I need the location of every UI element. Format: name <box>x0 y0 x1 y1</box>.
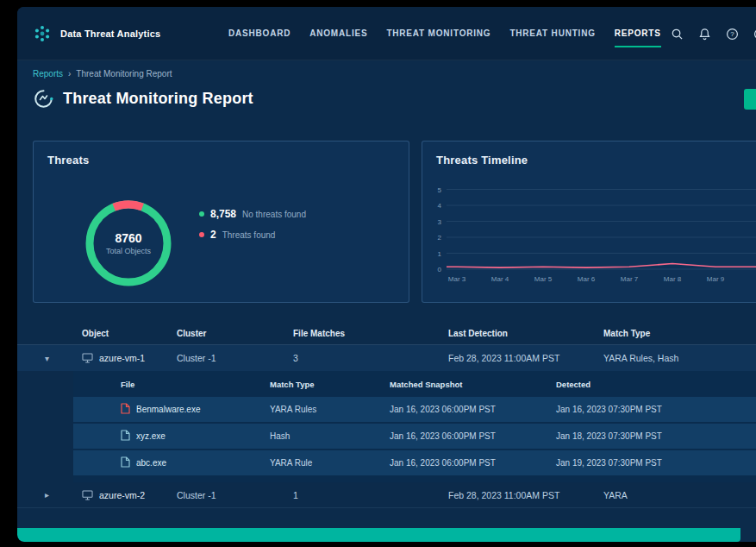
object-name: azure-vm-2 <box>99 490 145 500</box>
legend-label: Threats found <box>222 230 276 240</box>
table-header: ObjectClusterFile MatchesLast DetectionM… <box>17 323 756 345</box>
screen: Data Threat Analytics DASHBOARDANOMALIES… <box>0 0 756 547</box>
svg-text:1: 1 <box>438 250 442 258</box>
donut-total-value: 8760 <box>115 231 141 245</box>
svg-text:Mar 9: Mar 9 <box>707 275 725 283</box>
column-header-object: Object <box>82 329 177 338</box>
donut-center: 8760 Total Objects <box>80 195 177 292</box>
svg-text:Mar 5: Mar 5 <box>534 275 553 283</box>
timeline-card-title: Threats Timeline <box>436 154 528 167</box>
legend-item: 8,758No threats found <box>199 204 306 224</box>
file-name: Benmalware.exe <box>136 405 200 414</box>
file-row-xyz.exe[interactable]: xyz.exeHashJan 16, 2023 06:00PM PSTJan 1… <box>73 424 756 449</box>
svg-text:4: 4 <box>438 202 442 210</box>
file-matches-cell: 3 <box>293 353 448 363</box>
legend-item: 2Threats found <box>199 224 306 245</box>
timeline-chart: 012345Mar 3Mar 4Mar 5Mar 6Mar 7Mar 8Mar … <box>428 179 756 297</box>
sub-column-header-file: File <box>121 380 270 389</box>
sub-column-header-detected: Detected <box>556 380 756 389</box>
chevron-down-icon[interactable]: ▾ <box>34 354 82 363</box>
file-icon <box>121 430 130 443</box>
file-name: abc.exe <box>136 458 166 468</box>
page-title-row: Threat Monitoring Report <box>33 86 253 110</box>
legend-label: No threats found <box>242 210 306 219</box>
file-match-type: Hash <box>270 431 390 441</box>
nav-item-threat-monitoring[interactable]: THREAT MONITORING <box>386 7 490 60</box>
account-icon-partial[interactable] <box>753 27 756 41</box>
donut-total-label: Total Objects <box>106 247 151 255</box>
threats-table-body: ▾azure-vm-1Cluster -13Feb 28, 2023 11:00… <box>17 345 756 508</box>
chevron-right-icon[interactable]: ▸ <box>34 490 82 500</box>
file-match-type: YARA Rules <box>270 405 390 414</box>
sub-column-header-match-type: Match Type <box>270 380 390 389</box>
search-icon[interactable] <box>670 27 684 41</box>
top-navbar: Data Threat Analytics DASHBOARDANOMALIES… <box>17 7 756 60</box>
legend-dot <box>199 211 204 217</box>
threats-donut: 8760 Total Objects <box>80 195 177 292</box>
breadcrumb-separator: › <box>68 69 71 79</box>
legend-value: 2 <box>210 229 216 241</box>
app-window: Data Threat Analytics DASHBOARDANOMALIES… <box>17 7 756 542</box>
nav-item-dashboard[interactable]: DASHBOARD <box>228 7 291 60</box>
matched-snapshot: Jan 16, 2023 06:00PM PST <box>390 458 556 468</box>
action-button-partial[interactable] <box>744 89 756 110</box>
svg-text:Mar 7: Mar 7 <box>621 275 639 283</box>
vm-icon <box>82 353 93 363</box>
threats-card: Threats 8760 Total Objects 8,758No threa… <box>33 141 409 303</box>
match-type-cell: YARA Rules, Hash <box>603 353 756 363</box>
file-icon <box>121 403 130 416</box>
nav-item-anomalies[interactable]: ANOMALIES <box>309 7 367 60</box>
threats-table: ObjectClusterFile MatchesLast DetectionM… <box>17 323 756 508</box>
detected: Jan 18, 2023 07:30PM PST <box>556 431 756 441</box>
table-row-azure-vm-1[interactable]: ▾azure-vm-1Cluster -13Feb 28, 2023 11:00… <box>17 345 756 371</box>
nav-links: DASHBOARDANOMALIESTHREAT MONITORINGTHREA… <box>228 7 661 60</box>
legend-dot <box>199 232 204 237</box>
svg-text:Mar 3: Mar 3 <box>448 275 466 283</box>
detected: Jan 19, 2023 07:30PM PST <box>556 458 756 468</box>
breadcrumb: Reports › Threat Monitoring Report <box>33 67 172 79</box>
column-header-match-type: Match Type <box>603 329 756 338</box>
page-title: Threat Monitoring Report <box>63 90 253 108</box>
brand[interactable]: Data Threat Analytics <box>33 7 160 60</box>
last-detection-cell: Feb 28, 2023 11:00AM PST <box>448 353 603 363</box>
breadcrumb-reports-link[interactable]: Reports <box>33 69 63 79</box>
column-header-last-detection: Last Detection <box>448 329 603 338</box>
threats-legend: 8,758No threats found2Threats found <box>199 204 306 245</box>
app-title: Data Threat Analytics <box>60 28 160 39</box>
subtable-header: FileMatch TypeMatched SnapshotDetected <box>73 371 756 397</box>
svg-text:2: 2 <box>438 234 442 242</box>
match-type-cell: YARA <box>603 490 756 500</box>
threats-card-title: Threats <box>47 154 89 167</box>
matched-snapshot: Jan 16, 2023 06:00PM PST <box>390 405 556 414</box>
file-matches-subtable: FileMatch TypeMatched SnapshotDetectedBe… <box>73 371 756 482</box>
detected: Jan 16, 2023 07:30PM PST <box>556 405 756 414</box>
file-matches-cell: 1 <box>293 490 448 500</box>
svg-text:?: ? <box>730 30 734 38</box>
svg-text:3: 3 <box>438 218 442 226</box>
file-row-Benmalware.exe[interactable]: Benmalware.exeYARA RulesJan 16, 2023 06:… <box>73 397 756 422</box>
file-row-abc.exe[interactable]: abc.exeYARA RuleJan 16, 2023 06:00PM PST… <box>73 450 756 475</box>
table-row-azure-vm-2[interactable]: ▸azure-vm-2Cluster -11Feb 28, 2023 11:00… <box>17 482 756 508</box>
object-name: azure-vm-1 <box>99 353 145 363</box>
legend-value: 8,758 <box>210 208 236 220</box>
last-detection-cell: Feb 28, 2023 11:00AM PST <box>448 490 603 500</box>
svg-text:Mar 6: Mar 6 <box>578 275 596 283</box>
footer-bar <box>17 528 740 542</box>
report-icon <box>33 88 54 110</box>
column-header-file-matches: File Matches <box>293 329 448 338</box>
help-icon[interactable]: ? <box>725 27 739 41</box>
logo-icon <box>33 24 52 43</box>
file-match-type: YARA Rule <box>270 458 390 468</box>
cluster-cell: Cluster -1 <box>177 490 293 500</box>
svg-text:Mar 4: Mar 4 <box>491 275 509 283</box>
svg-text:0: 0 <box>438 266 442 274</box>
nav-item-reports[interactable]: REPORTS <box>615 7 661 60</box>
svg-text:Mar 8: Mar 8 <box>664 275 682 283</box>
nav-icons: ? <box>670 7 756 60</box>
bell-icon[interactable] <box>697 27 711 41</box>
nav-item-threat-hunting[interactable]: THREAT HUNTING <box>509 7 595 60</box>
timeline-card: Threats Timeline 012345Mar 3Mar 4Mar 5Ma… <box>422 141 756 303</box>
matched-snapshot: Jan 16, 2023 06:00PM PST <box>390 431 556 441</box>
breadcrumb-current: Threat Monitoring Report <box>76 69 172 79</box>
file-name: xyz.exe <box>136 431 166 441</box>
